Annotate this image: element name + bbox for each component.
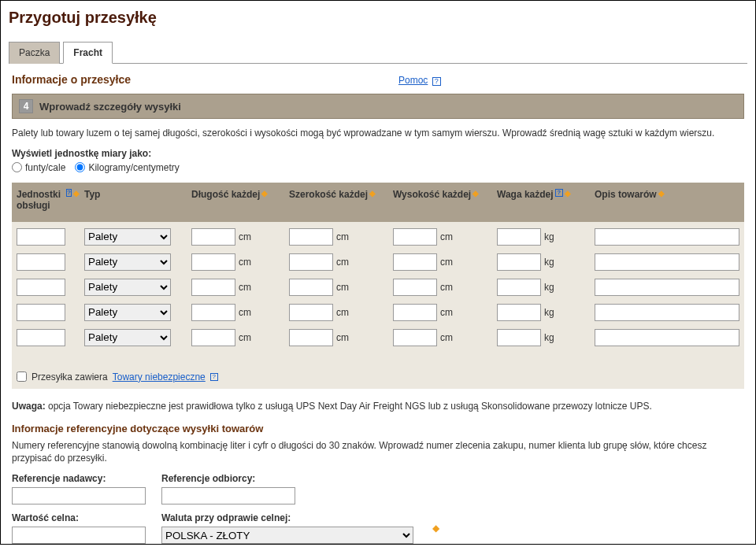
help-link[interactable]: Pomoc ?	[398, 75, 441, 86]
info-icon: ?	[210, 373, 218, 381]
weight-input[interactable]	[497, 253, 541, 271]
required-icon: ◆	[73, 189, 80, 198]
step-bar: 4 Wprowadź szczegóły wysyłki	[12, 94, 744, 119]
weight-input[interactable]	[497, 304, 541, 321]
qty-input[interactable]	[17, 329, 65, 346]
weight-input[interactable]	[497, 228, 541, 246]
required-icon: ◆	[432, 523, 439, 534]
intro-text: Palety lub towary luzem o tej samej dług…	[12, 127, 744, 140]
required-icon: ◆	[369, 189, 376, 198]
ref-text: Numery referencyjne stanowią dowolną kom…	[12, 439, 744, 466]
length-input[interactable]	[191, 228, 235, 246]
tabs: Paczka Fracht	[9, 41, 747, 64]
table-row: Palety cm cm cm kg	[17, 279, 739, 296]
type-select[interactable]: Palety	[84, 228, 171, 246]
info-icon: ?	[66, 189, 72, 197]
length-input[interactable]	[191, 253, 235, 271]
length-input[interactable]	[191, 329, 235, 346]
weight-input[interactable]	[497, 279, 541, 296]
info-icon: ?	[555, 189, 563, 197]
width-input[interactable]	[289, 253, 333, 271]
table-row: Palety cm cm cm kg	[17, 304, 739, 321]
customs-value-input[interactable]	[12, 527, 146, 544]
required-icon: ◆	[565, 189, 571, 198]
qty-input[interactable]	[17, 253, 65, 271]
height-input[interactable]	[393, 279, 437, 296]
width-input[interactable]	[289, 228, 333, 246]
desc-input[interactable]	[595, 253, 739, 271]
desc-input[interactable]	[595, 279, 739, 296]
hazmat-note: Uwaga: opcja Towary niebezpieczne jest p…	[12, 400, 744, 413]
desc-input[interactable]	[595, 304, 739, 321]
ref-title: Informacje referencyjne dotyczące wysyłk…	[12, 423, 744, 434]
required-icon: ◆	[261, 189, 268, 198]
width-input[interactable]	[289, 279, 333, 296]
weight-input[interactable]	[497, 329, 541, 346]
page-title: Przygotuj przesyłkę	[9, 9, 747, 27]
ref-receiver-label: Referencje odbiorcy:	[161, 473, 295, 484]
type-select[interactable]: Palety	[84, 304, 171, 321]
table-row: Palety cm cm cm kg	[17, 228, 739, 246]
type-select[interactable]: Palety	[84, 329, 171, 346]
section-title: Informacje o przesyłce	[12, 73, 131, 86]
tab-package[interactable]: Paczka	[9, 42, 60, 64]
ref-sender-input[interactable]	[12, 487, 146, 504]
required-icon: ◆	[658, 189, 665, 198]
customs-currency-select[interactable]: POLSKA - ZŁOTY	[161, 527, 413, 544]
desc-input[interactable]	[595, 228, 739, 246]
height-input[interactable]	[393, 329, 437, 346]
ref-sender-label: Referencje nadawcy:	[12, 473, 146, 484]
radio-kg[interactable]: Kilogramy/centymetry	[75, 162, 179, 173]
type-select[interactable]: Palety	[84, 253, 171, 271]
customs-currency-label: Waluta przy odprawie celnej:	[161, 512, 413, 523]
help-icon: ?	[432, 77, 441, 86]
customs-value-label: Wartość celna:	[12, 512, 146, 523]
step-number: 4	[19, 99, 33, 113]
radio-lbs[interactable]: funty/cale	[12, 162, 65, 173]
required-icon: ◆	[472, 189, 479, 198]
height-input[interactable]	[393, 253, 437, 271]
qty-input[interactable]	[17, 279, 65, 296]
height-input[interactable]	[393, 228, 437, 246]
length-input[interactable]	[191, 304, 235, 321]
hazmat-checkbox[interactable]	[17, 371, 27, 382]
grid-header: Jednostki obsługi?◆ Typ Długość każdej◆ …	[12, 183, 744, 222]
width-input[interactable]	[289, 304, 333, 321]
grid-body: Palety cm cm cm kg Palety cm cm cm kg Pa…	[12, 222, 744, 365]
length-input[interactable]	[191, 279, 235, 296]
table-row: Palety cm cm cm kg	[17, 253, 739, 271]
qty-input[interactable]	[17, 304, 65, 321]
tab-freight[interactable]: Fracht	[63, 42, 113, 64]
table-row: Palety cm cm cm kg	[17, 329, 739, 346]
desc-input[interactable]	[595, 329, 739, 346]
ref-receiver-input[interactable]	[161, 487, 295, 504]
qty-input[interactable]	[17, 228, 65, 246]
hazmat-link[interactable]: Towary niebezpieczne	[113, 371, 206, 383]
radio-kg-input[interactable]	[75, 162, 85, 172]
height-input[interactable]	[393, 304, 437, 321]
width-input[interactable]	[289, 329, 333, 346]
hazmat-row: Przesyłka zawiera Towary niebezpieczne?	[12, 365, 744, 389]
step-label: Wprowadź szczegóły wysyłki	[39, 101, 181, 113]
radio-lbs-input[interactable]	[12, 162, 22, 172]
type-select[interactable]: Palety	[84, 279, 171, 296]
unit-label: Wyświetl jednostkę miary jako:	[12, 148, 744, 159]
